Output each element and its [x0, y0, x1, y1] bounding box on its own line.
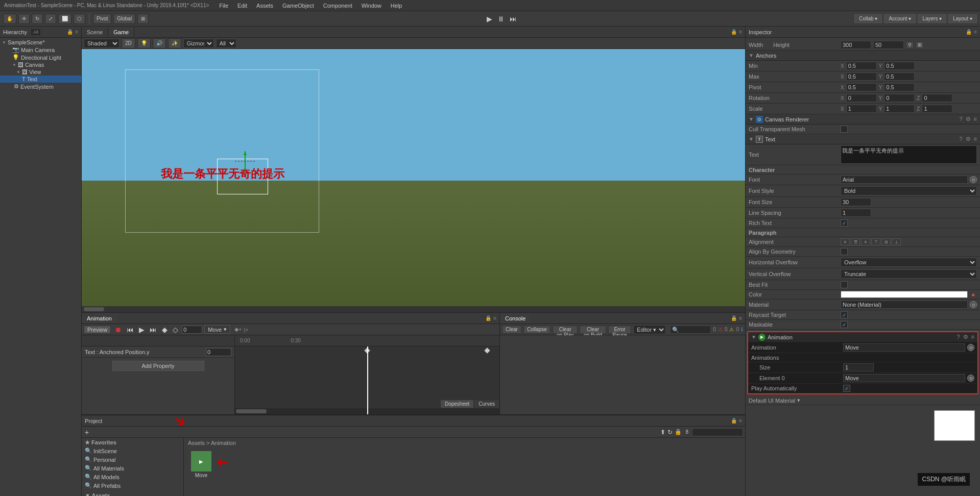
- anim-frame-input[interactable]: [182, 326, 202, 334]
- console-search-input[interactable]: [670, 326, 711, 334]
- rot-z[interactable]: 0: [922, 94, 952, 102]
- element0-pick[interactable]: ⊙: [967, 375, 974, 382]
- align-center[interactable]: ☰: [851, 238, 860, 245]
- 2d-btn[interactable]: 2D: [122, 38, 135, 48]
- menu-assets[interactable]: Assets: [252, 2, 277, 10]
- text-help[interactable]: ?: [959, 136, 962, 142]
- global-btn[interactable]: Global: [113, 14, 135, 24]
- anim-prev-btn[interactable]: ⏮: [125, 326, 135, 334]
- timeline-scroll-thumb[interactable]: [236, 409, 267, 413]
- all-dropdown[interactable]: All: [216, 39, 236, 48]
- rotate-tool[interactable]: ↻: [32, 14, 43, 24]
- collab-button[interactable]: Collab ▾: [854, 14, 882, 23]
- text-component-toggle[interactable]: ▼: [749, 136, 754, 142]
- h-overflow-dropdown[interactable]: Overflow: [841, 258, 977, 267]
- move-asset[interactable]: ▶ Move: [186, 449, 217, 480]
- anchors-toggle[interactable]: ▼: [749, 53, 754, 58]
- project-menu-icon[interactable]: ≡: [739, 418, 742, 424]
- canvas-renderer-menu[interactable]: ≡: [974, 116, 977, 122]
- constrain-btn[interactable]: ⚲: [906, 41, 914, 48]
- anim-add-event[interactable]: |+: [244, 327, 248, 333]
- material-pick-btn[interactable]: ⊙: [970, 301, 977, 308]
- refresh-btn[interactable]: ↻: [667, 429, 673, 436]
- hand-tool[interactable]: ✋: [3, 14, 16, 24]
- play-button[interactable]: ▶: [487, 15, 492, 23]
- fav-prefabs[interactable]: 🔍 All Prefabs: [82, 481, 183, 490]
- color-eyedropper[interactable]: 🔺: [970, 291, 977, 298]
- menu-window[interactable]: Window: [357, 2, 386, 10]
- scene-scroll-thumb[interactable]: [84, 307, 104, 311]
- menu-edit[interactable]: Edit: [233, 2, 251, 10]
- clear-btn[interactable]: Clear: [502, 326, 521, 334]
- import-btn[interactable]: ⬆: [660, 429, 665, 436]
- height-input[interactable]: 50: [873, 41, 904, 49]
- curves-btn[interactable]: Curves: [474, 400, 499, 408]
- anim-animation-input[interactable]: Move: [843, 343, 965, 352]
- console-lock-icon[interactable]: 🔒: [731, 315, 737, 321]
- console-menu-icon[interactable]: ≡: [739, 315, 742, 321]
- project-lock-icon[interactable]: 🔒: [731, 418, 737, 424]
- project-search-input[interactable]: [692, 428, 743, 436]
- tab-scene[interactable]: Scene: [82, 28, 108, 37]
- tab-console[interactable]: Console: [500, 314, 531, 323]
- anim-key-btn[interactable]: ◆: [160, 326, 169, 334]
- add-asset-btn[interactable]: +: [84, 428, 90, 436]
- anim-preview-btn[interactable]: Preview: [84, 326, 111, 334]
- layout-button[interactable]: Layout ▾: [948, 14, 977, 23]
- anchors-min-y[interactable]: 0.5: [884, 62, 915, 70]
- anim-animation-pick[interactable]: ⊙: [967, 344, 974, 351]
- collapse-btn[interactable]: Collapse: [523, 326, 551, 334]
- rich-text-checkbox[interactable]: ✓: [841, 219, 848, 227]
- grid-btn[interactable]: ⊞: [137, 14, 149, 24]
- pivot-y[interactable]: 0.5: [884, 83, 915, 91]
- raycast-checkbox[interactable]: ✓: [841, 311, 848, 318]
- add-property-btn[interactable]: Add Property: [112, 361, 204, 371]
- color-picker[interactable]: [841, 291, 968, 298]
- scale-x[interactable]: 1: [846, 105, 877, 113]
- align-middle[interactable]: ⊟: [881, 238, 891, 245]
- anim-play-btn[interactable]: ▶: [137, 326, 146, 334]
- canvas-renderer-help[interactable]: ?: [959, 116, 962, 122]
- fav-initscene[interactable]: 🔍 InitScene: [82, 447, 183, 455]
- anim-menu-icon[interactable]: ≡: [493, 315, 496, 321]
- hierarchy-main-camera[interactable]: 📷 Main Camera: [0, 46, 81, 54]
- anim-add-keyframe[interactable]: ◆+: [234, 326, 242, 333]
- move-tool[interactable]: ✛: [18, 14, 30, 24]
- hierarchy-menu-icon[interactable]: ≡: [75, 29, 78, 35]
- hierarchy-directional-light[interactable]: 💡 Directional Light: [0, 54, 81, 61]
- align-left[interactable]: ≡: [841, 238, 850, 245]
- rot-y[interactable]: 0: [884, 94, 915, 102]
- hierarchy-filter[interactable]: All: [31, 29, 40, 35]
- fav-personal[interactable]: 🔍 Personal: [82, 455, 183, 464]
- text-textarea[interactable]: 我是一条平平无奇的提示: [841, 145, 977, 164]
- material-input[interactable]: None (Material): [841, 301, 968, 309]
- fx-btn[interactable]: ✨: [168, 38, 181, 48]
- anim-comp-help[interactable]: ?: [957, 334, 960, 340]
- align-top[interactable]: ⊤: [871, 238, 880, 245]
- pivot-btn[interactable]: Pivot: [93, 14, 111, 24]
- scale-y[interactable]: 1: [884, 105, 915, 113]
- font-pick-btn[interactable]: ⊙: [970, 176, 977, 183]
- anim-comp-menu[interactable]: ≡: [971, 334, 974, 340]
- anim-record-btn[interactable]: ⏺: [113, 326, 123, 334]
- lock-icon[interactable]: 🔒: [675, 429, 682, 435]
- scene-menu-icon[interactable]: ≡: [739, 29, 742, 35]
- rot-x[interactable]: 0: [846, 94, 877, 102]
- scale-z[interactable]: 1: [922, 105, 952, 113]
- pivot-x[interactable]: 0.5: [846, 83, 877, 91]
- scene-item[interactable]: SampleScene*: [8, 39, 45, 45]
- anim-next-btn[interactable]: ⏭: [148, 326, 158, 334]
- hierarchy-text[interactable]: T Text: [0, 76, 81, 83]
- scene-lock-icon[interactable]: 🔒: [731, 29, 737, 35]
- anim-comp-gear[interactable]: ⚙: [963, 334, 968, 340]
- v-overflow-dropdown[interactable]: Truncate: [841, 269, 977, 279]
- inspector-lock-icon[interactable]: 🔒: [966, 29, 972, 35]
- layers-button[interactable]: Layers ▾: [918, 14, 946, 23]
- menu-gameobject[interactable]: GameObject: [278, 2, 318, 10]
- dopesheet-btn[interactable]: Dopesheet: [440, 400, 474, 408]
- canvas-renderer-toggle[interactable]: ▼: [749, 116, 754, 122]
- align-geometry-checkbox[interactable]: [841, 248, 848, 255]
- shaded-dropdown[interactable]: Shaded: [84, 39, 119, 48]
- animation-toggle[interactable]: ▼: [751, 334, 756, 340]
- maskable-checkbox[interactable]: ✓: [841, 321, 848, 328]
